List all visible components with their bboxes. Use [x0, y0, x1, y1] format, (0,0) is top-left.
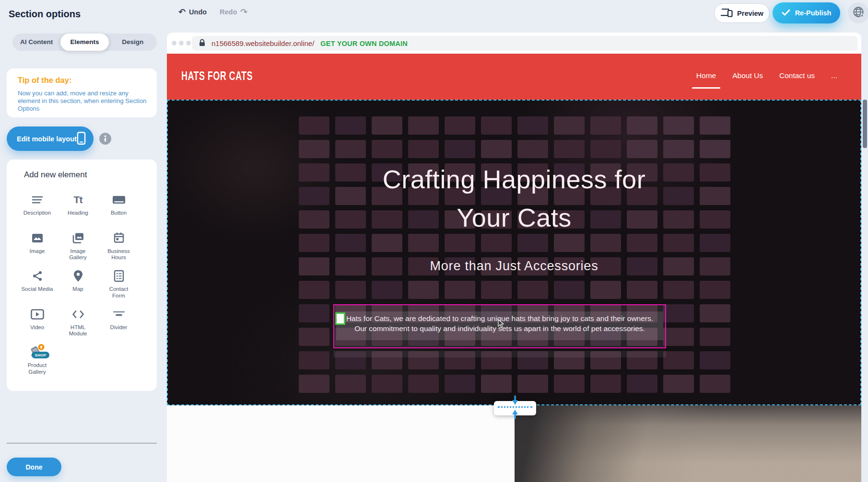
element-item-label: Business Hours — [107, 248, 130, 261]
hero-heading[interactable]: Crafting Happiness for Your Cats — [168, 160, 860, 237]
hero-bg-tile — [445, 140, 475, 158]
video-icon — [31, 306, 44, 323]
hero-bg-tile — [481, 140, 512, 158]
element-item-label: Map — [72, 286, 83, 293]
hero-bg-tile — [517, 116, 548, 135]
hero-section-selected[interactable]: Crafting Happiness for Your Cats More th… — [167, 100, 861, 405]
hero-bg-tile — [372, 140, 402, 158]
hero-subheading[interactable]: More than Just Accessories — [168, 259, 860, 274]
element-item-label: Divider — [110, 324, 128, 331]
element-item-label: Contact Form — [109, 286, 129, 299]
nav-item-about-us[interactable]: About Us — [732, 71, 763, 80]
hero-bg-tile — [663, 140, 694, 158]
element-item-heading[interactable]: TtHeading — [58, 189, 98, 228]
hero-bg-tile — [590, 140, 621, 158]
code-icon — [71, 306, 85, 323]
website-builder-app: Section options ↶ Undo Redo ↷ Preview Re… — [0, 0, 868, 482]
next-section-pavement-image — [515, 405, 861, 482]
undo-label: Undo — [189, 8, 207, 16]
preview-button[interactable]: Preview — [714, 3, 770, 23]
hero-bg-tile — [408, 375, 439, 393]
element-item-social-media[interactable]: Social Media — [17, 265, 58, 304]
hero-bg-tile — [590, 281, 621, 299]
info-button[interactable] — [99, 133, 111, 145]
redo-button[interactable]: Redo ↷ — [220, 8, 247, 16]
element-item-map[interactable]: Map — [58, 265, 98, 304]
edit-mobile-layout-button[interactable]: Edit mobile layout — [7, 126, 94, 151]
hero-bg-tile — [663, 304, 694, 322]
hero-bg-tile — [445, 281, 475, 299]
next-section-white-area — [167, 405, 515, 482]
hero-bg-tile — [663, 328, 694, 346]
resize-arrow-up-icon — [511, 408, 519, 422]
hero-bg-tile — [299, 328, 329, 346]
nav-item-more[interactable]: ... — [831, 71, 837, 80]
edit-mobile-label: Edit mobile layout — [17, 135, 77, 143]
element-item-product-gallery[interactable]: SHOPProduct Gallery — [17, 342, 58, 380]
element-item-divider[interactable]: Divider — [98, 304, 139, 342]
hero-bg-tile — [700, 281, 730, 299]
button-icon — [112, 191, 126, 208]
address-bar[interactable]: n1566589.websitebuilder.online/ GET YOUR… — [192, 36, 857, 51]
preview-label: Preview — [737, 10, 763, 17]
element-grid: DescriptionTtHeadingButtonImageImage Gal… — [17, 189, 140, 380]
tab-ai-content[interactable]: AI Content — [12, 34, 60, 51]
hero-bg-tile — [299, 140, 329, 158]
hero-bg-tile — [445, 375, 475, 393]
element-item-label: Image — [30, 248, 45, 255]
element-item-video[interactable]: Video — [17, 304, 58, 342]
redo-icon: ↷ — [240, 8, 247, 16]
element-item-label: Description — [23, 210, 51, 217]
preview-scrollbar-thumb[interactable] — [863, 100, 867, 148]
done-label: Done — [26, 463, 43, 471]
element-item-button[interactable]: Button — [98, 189, 139, 228]
undo-icon: ↶ — [178, 8, 186, 16]
hero-bg-tile — [335, 375, 366, 393]
hero-bg-tile — [590, 116, 621, 135]
hero-bg-tile — [372, 281, 402, 299]
tab-design[interactable]: Design — [109, 34, 157, 51]
element-item-description[interactable]: Description — [17, 189, 58, 228]
language-globe-button[interactable] — [848, 2, 868, 23]
hero-bg-tile — [408, 281, 439, 299]
get-domain-link[interactable]: GET YOUR OWN DOMAIN — [320, 40, 408, 47]
element-item-image-gallery[interactable]: Image Gallery — [58, 228, 98, 266]
hero-bg-tile — [481, 281, 512, 299]
tab-elements[interactable]: Elements — [60, 34, 108, 51]
element-item-html-module[interactable]: HTML Module — [58, 304, 98, 342]
resize-arrow-down-icon — [511, 395, 519, 408]
hero-bg-tile — [554, 375, 585, 393]
hero-bg-tile — [663, 281, 694, 299]
product-gallery-icon: SHOP — [27, 344, 47, 361]
form-icon — [114, 267, 124, 285]
hero-bg-tile — [372, 116, 402, 135]
nav-item-home[interactable]: Home — [696, 71, 716, 80]
hero-bg-tile — [554, 281, 585, 299]
pavement-shadow — [515, 405, 861, 482]
element-item-label: HTML Module — [69, 324, 87, 337]
site-nav: HomeAbout UsContact us... — [696, 65, 837, 86]
devices-icon — [720, 8, 733, 19]
sidebar-divider — [7, 443, 157, 444]
image-gallery-icon — [71, 230, 85, 247]
hero-bg-tile — [299, 116, 329, 135]
hero-bg-tile — [663, 375, 694, 393]
add-new-element-panel: Add new element DescriptionTtHeadingButt… — [7, 160, 157, 391]
site-logo[interactable]: HATS FOR CATS — [181, 69, 253, 83]
element-item-label: Product Gallery — [28, 362, 47, 375]
hero-bg-tile — [408, 140, 439, 158]
element-item-business-hours[interactable]: Business Hours — [98, 228, 139, 266]
hero-bg-tile — [700, 328, 730, 346]
element-item-image[interactable]: Image — [17, 228, 58, 266]
element-item-contact-form[interactable]: Contact Form — [98, 265, 139, 304]
republish-button[interactable]: Re-Publish — [773, 2, 840, 23]
done-button[interactable]: Done — [7, 458, 61, 476]
hero-bg-tile — [627, 140, 657, 158]
undo-button[interactable]: ↶ Undo — [178, 8, 207, 16]
image-icon — [31, 230, 44, 247]
nav-item-contact-us[interactable]: Contact us — [779, 71, 815, 80]
text-lines-icon — [31, 191, 44, 208]
hero-bg-tile — [335, 140, 366, 158]
hero-heading-line1: Crafting Happiness for — [168, 160, 860, 198]
drag-handle[interactable] — [335, 312, 345, 325]
